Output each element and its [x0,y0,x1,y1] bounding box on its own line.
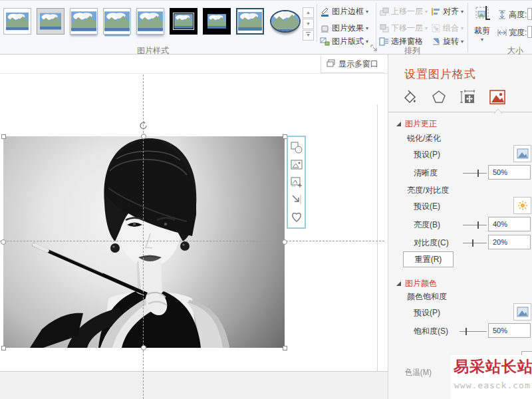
color-tone-partial-label: 色温(M) [405,367,432,379]
reset-button[interactable]: 重置(R) [403,251,454,267]
contrast-label: 对比度(C) [414,237,449,249]
dropdown-arrow-icon: ▾ [425,25,428,31]
selected-picture[interactable] [3,136,285,348]
tab-picture[interactable] [488,88,507,106]
change-picture-icon[interactable] [290,176,303,189]
tab-effects[interactable] [430,88,448,106]
sharpness-preset-button[interactable] [513,145,531,162]
picture-style-thumbnail[interactable] [70,8,98,35]
sharpness-preset-label: 预设(P) [414,149,440,160]
width-input[interactable] [527,26,532,38]
ribbon: ▲ ▼ ▼ 图片边框 ▾ 图片效果 ▾ 图片版式 ▾ 上移一层 ▾ [0,0,532,55]
sharpness-input[interactable] [488,165,531,180]
shapes-icon[interactable] [290,141,303,154]
brightness-label: 亮度(B) [414,219,440,231]
saturation-slider[interactable] [460,331,487,332]
brightness-preset-button[interactable] [513,197,531,214]
selection-pane-icon [379,37,389,47]
send-backward-button[interactable]: 下移一层 ▾ [379,22,428,34]
contrast-input[interactable] [488,235,531,249]
slide-canvas[interactable]: 显示多窗口 [0,55,388,399]
brightness-contrast-label: 亮度/对比度 [407,185,449,196]
crop-button[interactable]: 裁剪 ▾ [469,5,495,43]
picture-style-thumbnail[interactable] [269,8,302,35]
saturation-preset-button[interactable] [513,303,531,321]
brightness-input[interactable] [488,217,531,231]
gallery-down-button[interactable]: ▼ [303,19,314,29]
pane-title: 设置图片格式 [404,66,476,82]
horizontal-guide [0,241,384,241]
sharpness-label: 清晰度 [414,168,438,179]
send-backward-icon [379,23,389,33]
width-icon [497,28,507,38]
powerpoint-window: ▲ ▼ ▼ 图片边框 ▾ 图片效果 ▾ 图片版式 ▾ 上移一层 ▾ [0,0,532,399]
resize-handle-middle-right[interactable] [282,239,287,245]
tabs-divider [388,112,532,112]
contrast-slider[interactable] [463,243,487,243]
heart-icon[interactable] [290,210,303,223]
dropdown-arrow-icon: ▾ [425,9,428,15]
canvas-divider [0,73,388,74]
sharpness-slider[interactable] [463,173,487,174]
picture-style-thumbnail[interactable] [103,8,131,35]
picture-effects-button[interactable]: 图片效果 ▾ [320,22,368,34]
rotate-button[interactable]: 旋转 ▾ [431,35,464,47]
picture-styles-dialog-launcher[interactable] [370,44,378,54]
dropdown-arrow-icon: ▾ [366,25,368,31]
height-input[interactable] [527,8,532,20]
resize-arrow-icon[interactable] [290,193,303,206]
dropdown-arrow-icon: ▾ [366,39,368,45]
show-multiple-windows-button[interactable]: 显示多窗口 [321,56,384,73]
section-picture-color[interactable]: 图片颜色 [396,278,437,289]
gallery-up-button[interactable]: ▲ [303,7,314,18]
resize-handle-middle-left[interactable] [1,239,6,245]
sharpen-soften-label: 锐化/柔化 [407,133,441,144]
picture-border-button[interactable]: 图片边框 ▾ [320,5,368,17]
picture-icon[interactable] [290,158,303,172]
collapse-triangle-icon [396,281,401,286]
picture-style-thumbnail[interactable] [37,8,65,35]
slide-edge [377,104,378,371]
gallery-up-icon: ▲ [306,10,311,15]
align-button[interactable]: 对齐 ▾ [431,5,464,17]
watermark-site-name: 易采站长站 [454,356,532,377]
picture-style-thumbnail[interactable] [136,8,164,35]
resize-handle-top-center[interactable] [141,134,146,139]
picture-layout-icon [320,37,330,47]
gallery-down-icon: ▼ [306,21,311,26]
saturation-label: 饱和度(S) [414,326,448,337]
dropdown-arrow-icon: ▾ [461,25,464,31]
picture-style-thumbnail[interactable] [203,8,231,35]
group-icon [431,23,441,33]
watermark: 易采站长站 www.easck.com [451,355,532,399]
resize-handle-bottom-center[interactable] [141,345,146,350]
dropdown-arrow-icon: ▾ [461,9,464,15]
saturation-preset-label: 预设(P) [414,307,440,319]
width-field-row: 宽度: [497,27,527,39]
picture-layout-button[interactable]: 图片版式 ▾ [320,35,368,47]
picture-border-icon [320,7,330,17]
dropdown-arrow-icon: ▾ [461,39,464,45]
resize-handle-bottom-left[interactable] [1,346,6,350]
tab-fill-line[interactable] [400,88,419,106]
picture-style-thumbnail[interactable] [170,8,198,35]
group-button[interactable]: 组合 ▾ [431,22,464,34]
gallery-more-button[interactable]: ▼ [303,30,314,41]
brightness-slider[interactable] [463,225,487,225]
rotate-handle[interactable] [139,121,148,132]
selected-tab-notch [493,107,503,112]
resize-handle-top-left[interactable] [1,134,6,139]
off-slide-area [0,372,388,399]
color-saturation-label: 颜色饱和度 [407,291,447,303]
bring-forward-button[interactable]: 上移一层 ▾ [379,5,428,17]
format-picture-pane: 设置图片格式 图片更正 锐化/柔化 预设(P) 清晰度 亮度/对比度 预设(E)… [388,55,532,399]
picture-effects-icon [320,23,330,33]
tab-size-properties[interactable] [458,88,477,106]
section-picture-corrections[interactable]: 图片更正 [396,118,437,130]
picture-style-thumbnail[interactable] [236,8,264,35]
picture-style-thumbnail[interactable] [3,8,31,35]
dropdown-arrow-icon: ▾ [481,37,483,43]
saturation-input[interactable] [488,323,531,338]
resize-handle-bottom-right[interactable] [283,346,287,350]
gallery-more-icon: ▼ [306,32,311,37]
